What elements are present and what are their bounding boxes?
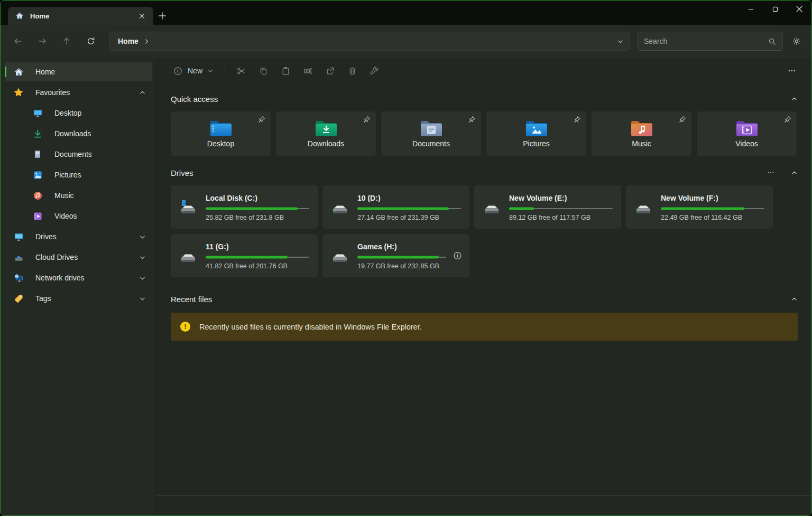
drive-free-space: 41.82 GB free of 201.76 GB — [206, 262, 309, 270]
close-icon[interactable] — [787, 1, 811, 17]
download-arrow-icon — [32, 128, 43, 139]
minimize-icon[interactable] — [739, 1, 763, 17]
tile-label: Music — [632, 139, 651, 148]
refresh-icon[interactable] — [79, 31, 103, 51]
collapse-chevron-icon[interactable] — [791, 170, 798, 176]
more-options-icon[interactable] — [781, 61, 803, 80]
quick-access-tile-videos[interactable]: Videos — [697, 111, 797, 156]
sidebar-item-videos[interactable]: Videos — [5, 207, 152, 226]
quick-access-tile-pictures[interactable]: Pictures — [486, 111, 586, 156]
desktop-folder-icon — [209, 117, 233, 138]
drive-tile-e[interactable]: New Volume (E:) 89.12 GB free of 117.57 … — [474, 185, 621, 229]
sidebar-item-drives[interactable]: Drives — [5, 227, 152, 246]
sidebar-item-cloud-drives[interactable]: Cloud Drives — [5, 248, 152, 267]
quick-access-tile-desktop[interactable]: Desktop — [171, 111, 271, 156]
drive-tile-d[interactable]: 10 (D:) 27.14 GB free of 231.39 GB — [322, 185, 469, 229]
pin-icon[interactable] — [363, 116, 371, 124]
recent-files-header: Recent files — [171, 293, 798, 305]
chevron-down-icon[interactable] — [139, 254, 146, 261]
sidebar-item-label: Music — [54, 191, 74, 200]
settings-gear-icon[interactable] — [788, 32, 806, 51]
paste-icon[interactable] — [274, 61, 297, 80]
sidebar-item-label: Documents — [54, 150, 92, 158]
breadcrumb[interactable]: Home — [118, 37, 139, 45]
sidebar-item-tags[interactable]: Tags — [5, 289, 152, 308]
pin-icon[interactable] — [678, 116, 686, 124]
drive-name: Games (H:) — [357, 242, 397, 251]
titlebar: Home — [1, 1, 811, 25]
sidebar-item-desktop[interactable]: Desktop — [5, 104, 152, 123]
drive-tile-f[interactable]: New Volume (F:) 22.49 GB free of 116.42 … — [626, 185, 773, 229]
maximize-icon[interactable] — [763, 1, 787, 17]
pin-icon[interactable] — [257, 116, 265, 124]
pin-icon[interactable] — [783, 116, 791, 124]
new-button[interactable]: New — [167, 62, 220, 80]
copy-icon[interactable] — [252, 61, 274, 80]
tools-icon[interactable] — [363, 61, 385, 80]
status-bar — [157, 495, 811, 515]
drive-free-space: 89.12 GB free of 117.57 GB — [509, 214, 613, 221]
tile-label: Pictures — [523, 139, 550, 148]
section-more-icon[interactable] — [767, 168, 775, 177]
drive-name: 10 (D:) — [357, 194, 381, 202]
selection-indicator — [5, 67, 6, 77]
drive-name: Local Disk (C:) — [206, 194, 257, 202]
main-area: Home Favourites Desktop — [1, 58, 811, 515]
pin-icon[interactable] — [468, 116, 476, 124]
up-icon[interactable] — [54, 31, 79, 51]
cut-icon[interactable] — [230, 61, 252, 80]
sidebar-item-network-drives[interactable]: Network drives — [5, 268, 152, 287]
quick-access-tile-downloads[interactable]: Downloads — [276, 111, 376, 156]
chevron-down-icon[interactable] — [139, 275, 146, 282]
drive-icon — [482, 198, 502, 216]
network-drive-icon — [13, 273, 24, 283]
file-explorer-window: Home — [0, 0, 812, 516]
chevron-down-icon[interactable] — [139, 295, 146, 302]
video-icon — [32, 211, 43, 221]
info-icon[interactable] — [453, 251, 462, 260]
drive-tile-c[interactable]: Local Disk (C:) 25.82 GB free of 231.8 G… — [171, 185, 318, 229]
quick-access-tile-documents[interactable]: Documents — [381, 111, 481, 156]
sidebar-item-pictures[interactable]: Pictures — [5, 165, 152, 184]
sidebar-item-label: Drives — [35, 232, 57, 241]
chevron-down-icon[interactable] — [139, 233, 146, 240]
rename-icon[interactable] — [297, 61, 319, 80]
share-icon[interactable] — [319, 61, 341, 80]
drive-free-space: 27.14 GB free of 231.39 GB — [357, 214, 461, 221]
sidebar-item-documents[interactable]: Documents — [5, 145, 152, 164]
search-input[interactable] — [644, 37, 768, 45]
tab-title: Home — [30, 12, 130, 20]
sidebar-item-music[interactable]: Music — [5, 186, 152, 205]
search-icon[interactable] — [768, 37, 776, 45]
collapse-chevron-icon[interactable] — [791, 96, 798, 102]
chevron-up-icon[interactable] — [139, 89, 146, 96]
tab-close-icon[interactable] — [135, 10, 148, 22]
new-tab-icon[interactable] — [153, 7, 171, 25]
address-dropdown-icon[interactable] — [617, 38, 624, 45]
pictures-folder-icon — [524, 117, 549, 138]
address-bar[interactable]: Home — [109, 32, 630, 51]
forward-icon[interactable] — [30, 31, 54, 51]
documents-folder-icon — [419, 117, 444, 138]
drive-tile-g[interactable]: 11 (G:) 41.82 GB free of 201.76 GB — [171, 234, 318, 277]
search-box[interactable] — [637, 32, 783, 51]
new-plus-icon — [173, 66, 183, 76]
back-icon[interactable] — [6, 31, 30, 51]
drive-usage-bar — [357, 256, 446, 259]
sidebar-item-favourites[interactable]: Favourites — [5, 83, 152, 102]
quick-access-tile-music[interactable]: Music — [592, 111, 691, 156]
warning-message: Recently used files is currently disable… — [199, 323, 422, 331]
sidebar-item-home[interactable]: Home — [5, 62, 152, 81]
sidebar-item-downloads[interactable]: Downloads — [5, 124, 152, 143]
tab-home[interactable]: Home — [8, 7, 153, 25]
pin-icon[interactable] — [573, 116, 581, 124]
delete-icon[interactable] — [341, 61, 363, 80]
content-area: New — [157, 58, 811, 515]
collapse-chevron-icon[interactable] — [791, 296, 798, 303]
breadcrumb-chevron-icon[interactable] — [144, 39, 150, 44]
drive-usage-bar — [206, 207, 309, 210]
drive-tile-h[interactable]: Games (H:) 19.77 GB free of 232.85 GB — [322, 234, 469, 277]
section-title: Quick access — [171, 95, 218, 104]
sidebar-item-label: Downloads — [54, 129, 91, 138]
star-icon — [13, 87, 24, 98]
